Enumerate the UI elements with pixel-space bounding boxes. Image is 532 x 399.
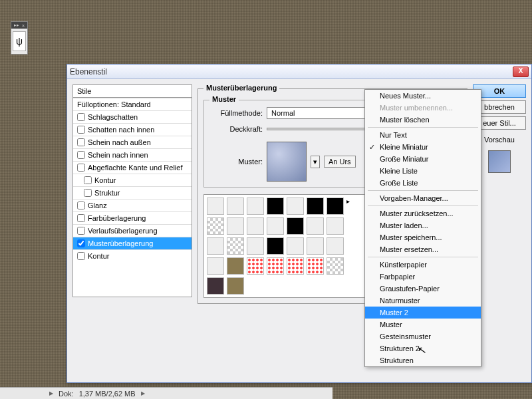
style-item[interactable]: Kontur bbox=[73, 174, 192, 186]
dialog-title: Ebenenstil bbox=[70, 67, 513, 76]
pattern-thumbnail[interactable] bbox=[287, 198, 304, 215]
pattern-thumbnail[interactable] bbox=[327, 257, 344, 275]
pattern-thumbnail[interactable] bbox=[227, 237, 244, 255]
styles-header: Stile bbox=[72, 84, 192, 98]
pattern-dropdown-icon[interactable]: ▾ bbox=[311, 156, 320, 168]
doc-label: Dok: bbox=[59, 390, 74, 398]
style-checkbox[interactable] bbox=[84, 176, 92, 184]
style-item[interactable]: Abgeflachte Kante und Relief bbox=[73, 161, 192, 174]
style-item[interactable]: Musterüberlagerung bbox=[73, 237, 192, 249]
pattern-thumbnail[interactable] bbox=[207, 257, 224, 275]
pattern-thumbnail[interactable] bbox=[227, 257, 244, 275]
styles-list: Fülloptionen: Standard SchlagschattenSch… bbox=[72, 98, 192, 297]
opacity-label: Deckkraft: bbox=[209, 125, 263, 133]
menu-item[interactable]: Naturmuster bbox=[365, 295, 481, 307]
menu-item[interactable]: Große Miniatur bbox=[365, 153, 481, 165]
menu-item[interactable]: Muster 2 bbox=[365, 307, 481, 319]
style-checkbox[interactable] bbox=[77, 151, 85, 159]
pattern-thumbnail[interactable] bbox=[327, 237, 344, 255]
style-item[interactable]: Struktur bbox=[73, 186, 192, 199]
pattern-thumbnail[interactable] bbox=[247, 237, 264, 255]
pattern-thumbnail[interactable] bbox=[267, 237, 284, 255]
style-item[interactable]: Kontur bbox=[73, 249, 192, 262]
statusbar: ▶ Dok: 1,37 MB/2,62 MB ▶ bbox=[0, 387, 332, 399]
style-checkbox[interactable] bbox=[77, 239, 85, 247]
palette-header[interactable]: ▸▸× bbox=[11, 22, 27, 29]
pattern-thumbnail[interactable] bbox=[247, 217, 264, 235]
style-item[interactable]: Verlaufsüberlagerung bbox=[73, 224, 192, 237]
pattern-swatch[interactable] bbox=[267, 142, 307, 182]
picker-flyout-icon[interactable]: ▸ bbox=[345, 198, 350, 205]
pattern-thumbnail[interactable] bbox=[227, 198, 244, 215]
pattern-thumbnail[interactable] bbox=[207, 217, 224, 235]
pattern-thumbnail[interactable] bbox=[207, 198, 224, 215]
style-item[interactable]: Schatten nach innen bbox=[73, 123, 192, 136]
pattern-thumbnail[interactable] bbox=[267, 198, 284, 215]
doc-size: 1,37 MB/2,62 MB bbox=[79, 390, 136, 398]
menu-item[interactable]: Farbpapier bbox=[365, 271, 481, 283]
style-checkbox[interactable] bbox=[77, 252, 85, 260]
titlebar[interactable]: Ebenenstil X bbox=[67, 65, 531, 79]
style-checkbox[interactable] bbox=[77, 113, 85, 121]
pattern-thumbnail[interactable] bbox=[327, 198, 344, 215]
style-checkbox[interactable] bbox=[77, 201, 85, 209]
style-checkbox[interactable] bbox=[77, 138, 85, 146]
style-checkbox[interactable] bbox=[77, 214, 85, 222]
close-button[interactable]: X bbox=[513, 66, 529, 77]
menu-item[interactable]: Muster bbox=[365, 319, 481, 331]
pattern-thumbnail[interactable] bbox=[207, 277, 224, 295]
usb-tool-palette[interactable]: ▸▸× ψ bbox=[11, 21, 28, 55]
style-checkbox[interactable] bbox=[84, 189, 92, 197]
usb-icon[interactable]: ψ bbox=[13, 31, 26, 51]
pattern-thumbnail[interactable] bbox=[287, 237, 304, 255]
menu-item[interactable]: Strukturen bbox=[365, 354, 481, 366]
preview-swatch bbox=[488, 150, 511, 173]
flyout-icon[interactable]: ▶ bbox=[49, 390, 53, 396]
pattern-thumbnail[interactable] bbox=[307, 237, 324, 255]
pattern-thumbnail[interactable] bbox=[247, 257, 264, 275]
style-item[interactable]: Schlagschatten bbox=[73, 110, 192, 123]
style-item[interactable]: Schein nach außen bbox=[73, 136, 192, 148]
menu-item[interactable]: Muster zurücksetzen... bbox=[365, 207, 481, 219]
pattern-thumbnail[interactable] bbox=[307, 257, 324, 275]
pattern-thumbnail[interactable] bbox=[287, 217, 304, 235]
menu-item[interactable]: Strukturen 2 bbox=[365, 342, 481, 354]
menu-item[interactable]: Nur Text bbox=[365, 129, 481, 141]
pattern-thumbnail[interactable] bbox=[327, 217, 344, 235]
menu-item[interactable]: Muster ersetzen... bbox=[365, 243, 481, 255]
pattern-thumbnail[interactable] bbox=[287, 257, 304, 275]
menu-item[interactable]: Neues Muster... bbox=[365, 90, 481, 102]
blend-label: Füllmethode: bbox=[209, 109, 263, 117]
menu-item[interactable]: Kleine Liste bbox=[365, 165, 481, 177]
fill-options[interactable]: Fülloptionen: Standard bbox=[73, 98, 192, 110]
menu-item[interactable]: Muster speichern... bbox=[365, 231, 481, 243]
pattern-thumbnail[interactable] bbox=[267, 217, 284, 235]
menu-item[interactable]: Künstlerpapier bbox=[365, 259, 481, 271]
pattern-thumbnail[interactable] bbox=[227, 217, 244, 235]
pattern-thumbnail[interactable] bbox=[227, 277, 244, 295]
menu-item[interactable]: Große Liste bbox=[365, 177, 481, 189]
menu-item[interactable]: Gesteinsmuster bbox=[365, 331, 481, 342]
menu-item[interactable]: Vorgaben-Manager... bbox=[365, 192, 481, 204]
flyout-icon[interactable]: ▶ bbox=[141, 390, 145, 396]
style-item[interactable]: Farbüberlagerung bbox=[73, 211, 192, 224]
pattern-thumbnail[interactable] bbox=[307, 217, 324, 235]
menu-item: Muster umbenennen... bbox=[365, 102, 481, 114]
style-checkbox[interactable] bbox=[77, 164, 85, 172]
pattern-thumbnail[interactable] bbox=[207, 237, 224, 255]
style-checkbox[interactable] bbox=[77, 227, 85, 235]
style-checkbox[interactable] bbox=[77, 126, 85, 134]
menu-item[interactable]: Muster laden... bbox=[365, 219, 481, 231]
pattern-thumbnail[interactable] bbox=[267, 257, 284, 275]
menu-item[interactable]: Muster löschen bbox=[365, 114, 481, 126]
pattern-label: Muster: bbox=[209, 158, 263, 166]
menu-item[interactable]: Kleine Miniatur✓ bbox=[365, 141, 481, 153]
style-item[interactable]: Schein nach innen bbox=[73, 148, 192, 161]
menu-item[interactable]: Graustufen-Papier bbox=[365, 283, 481, 295]
snap-origin-button[interactable]: An Urs bbox=[324, 156, 356, 168]
pattern-thumbnail[interactable] bbox=[307, 198, 324, 215]
style-item[interactable]: Glanz bbox=[73, 199, 192, 211]
pattern-thumbnail[interactable] bbox=[247, 198, 264, 215]
section-title: Musterüberlagerung bbox=[203, 84, 279, 92]
pattern-context-menu: Neues Muster...Muster umbenennen...Muste… bbox=[364, 89, 481, 367]
